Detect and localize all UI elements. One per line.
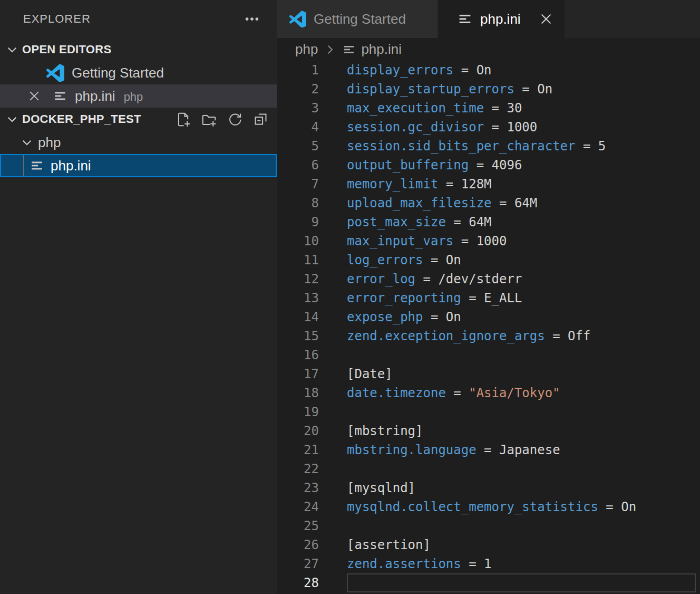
code-line[interactable]: 5session.sid_bits_per_character = 5 (277, 137, 700, 156)
new-file-icon[interactable] (176, 112, 191, 127)
code-line-content: [assertion] (347, 535, 696, 554)
code-line-content: log_errors = On (347, 251, 696, 270)
code-line[interactable]: 12error_log = /dev/stderr (277, 270, 700, 289)
line-number: 14 (277, 310, 319, 324)
code-line-content: max_input_vars = 1000 (347, 232, 696, 251)
close-icon[interactable] (538, 11, 554, 27)
code-line-content: error_reporting = E_ALL (347, 289, 696, 308)
open-editors-header[interactable]: OPEN EDITORS (0, 38, 277, 61)
line-number: 13 (277, 291, 319, 305)
code-line[interactable]: 23[mysqlnd] (277, 478, 700, 497)
tree-folder-php[interactable]: php (0, 131, 277, 154)
open-editor-getting-started[interactable]: Getting Started (0, 61, 277, 84)
code-line-content (347, 516, 696, 535)
explorer-title: EXPLORER (23, 12, 91, 26)
refresh-explorer-icon[interactable] (227, 112, 242, 127)
code-line-content: date.timezone = "Asia/Tokyo" (347, 384, 696, 403)
line-number: 28 (277, 576, 319, 590)
code-line[interactable]: 7memory_limit = 128M (277, 175, 700, 194)
line-number: 15 (277, 329, 319, 343)
code-line-content: session.gc_divisor = 1000 (347, 118, 696, 137)
code-line[interactable]: 18date.timezone = "Asia/Tokyo" (277, 384, 700, 403)
collapse-folders-icon[interactable] (253, 112, 268, 127)
code-area[interactable]: 1display_errors = On2display_startup_err… (277, 61, 700, 594)
line-number: 5 (277, 139, 319, 154)
ini-file-icon (53, 89, 67, 103)
open-editor-label: Getting Started (72, 65, 164, 81)
breadcrumb-file[interactable]: php.ini (361, 41, 402, 58)
more-actions-icon[interactable] (244, 11, 260, 27)
line-number: 16 (277, 348, 319, 362)
line-number: 9 (277, 215, 319, 229)
ini-file-icon (30, 158, 44, 173)
code-line-content: zend.exception_ignore_args = Off (347, 327, 696, 346)
code-line[interactable]: 2display_startup_errors = On (277, 80, 700, 99)
line-number: 1 (277, 63, 319, 78)
code-line[interactable]: 3max_execution_time = 30 (277, 99, 700, 118)
code-line[interactable]: 17[Date] (277, 365, 700, 384)
code-line[interactable]: 4session.gc_divisor = 1000 (277, 118, 700, 137)
code-line[interactable]: 26[assertion] (277, 535, 700, 554)
breadcrumb: php php.ini (277, 38, 700, 61)
line-number: 11 (277, 253, 319, 267)
explorer-sidebar: EXPLORER OPEN EDITORS Getting Started (0, 0, 277, 594)
breadcrumb-folder[interactable]: php (295, 41, 318, 58)
open-editor-php-ini[interactable]: php.ini php (0, 84, 277, 108)
open-editor-description: php (124, 90, 143, 104)
code-line-content: memory_limit = 128M (347, 175, 696, 194)
code-line-content: mysqlnd.collect_memory_statistics = On (347, 497, 696, 516)
code-line[interactable]: 22 (277, 459, 700, 478)
code-line[interactable]: 19 (277, 403, 700, 421)
workspace-label: DOCKER_PHP_TEST (22, 112, 141, 126)
code-line-content: display_errors = On (347, 61, 696, 80)
code-line-content (347, 459, 696, 478)
line-number: 25 (277, 519, 319, 533)
code-line[interactable]: 21mbstring.language = Japanese (277, 440, 700, 459)
vscode-logo-icon (46, 64, 64, 82)
code-line[interactable]: 24mysqlnd.collect_memory_statistics = On (277, 497, 700, 516)
code-line[interactable]: 10max_input_vars = 1000 (277, 232, 700, 251)
code-line-content: display_startup_errors = On (347, 80, 696, 99)
code-line[interactable]: 9post_max_size = 64M (277, 213, 700, 232)
code-line-content: error_log = /dev/stderr (347, 270, 696, 289)
line-number: 6 (277, 158, 319, 173)
code-line-content: post_max_size = 64M (347, 213, 696, 232)
tab-getting-started[interactable]: Getting Started (277, 0, 438, 38)
chevron-down-icon (5, 112, 19, 126)
ini-file-icon (342, 43, 356, 56)
code-line[interactable]: 14expose_php = On (277, 308, 700, 327)
code-line[interactable]: 1display_errors = On (277, 61, 700, 80)
vscode-logo-icon (289, 11, 306, 27)
line-number: 20 (277, 424, 319, 438)
code-line[interactable]: 28 (277, 573, 700, 592)
line-number: 17 (277, 367, 319, 381)
workspace-header[interactable]: DOCKER_PHP_TEST (0, 108, 277, 131)
line-number: 7 (277, 177, 319, 191)
code-line-content: expose_php = On (347, 308, 696, 327)
code-line[interactable]: 25 (277, 516, 700, 535)
explorer-actions (176, 112, 277, 127)
code-line[interactable]: 8upload_max_filesize = 64M (277, 194, 700, 213)
code-line[interactable]: 15zend.exception_ignore_args = Off (277, 327, 700, 346)
close-icon[interactable] (26, 89, 42, 103)
sidebar-title-row: EXPLORER (0, 0, 277, 38)
new-folder-icon[interactable] (201, 112, 217, 127)
code-line[interactable]: 27zend.assertions = 1 (277, 554, 700, 573)
code-line-content: [mbstring] (347, 421, 696, 440)
code-line[interactable]: 6output_buffering = 4096 (277, 156, 700, 175)
code-line[interactable]: 16 (277, 346, 700, 365)
open-editors-label: OPEN EDITORS (22, 43, 111, 56)
line-number: 22 (277, 462, 319, 476)
code-line[interactable]: 13error_reporting = E_ALL (277, 289, 700, 308)
code-line-content: [Date] (347, 365, 696, 384)
tab-php-ini[interactable]: php.ini (438, 0, 565, 38)
line-number: 3 (277, 101, 319, 116)
line-number: 21 (277, 443, 319, 457)
tree-file-php-ini[interactable]: php.ini (0, 154, 277, 177)
line-number: 12 (277, 272, 319, 286)
indent-guide (23, 155, 24, 176)
code-line[interactable]: 20[mbstring] (277, 421, 700, 440)
tab-label: php.ini (480, 11, 521, 27)
code-line[interactable]: 11log_errors = On (277, 251, 700, 270)
code-line-content: max_execution_time = 30 (347, 99, 696, 118)
